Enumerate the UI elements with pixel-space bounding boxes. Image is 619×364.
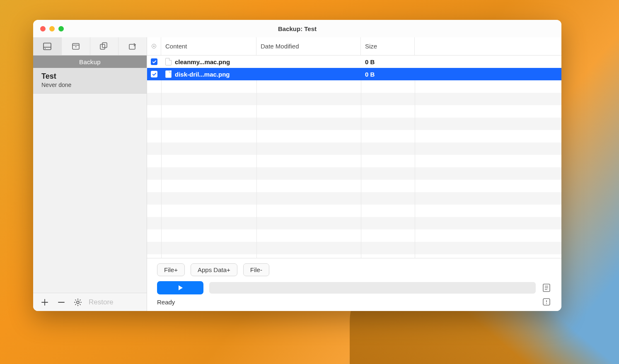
window-title: Backup: Test (33, 25, 561, 32)
bottom-toolbar: File+ Apps Data+ File- Re (147, 258, 561, 311)
apps-data-plus-button[interactable]: Apps Data+ (191, 263, 237, 276)
sidebar-tab-disk-icon[interactable] (33, 37, 62, 55)
sidebar-tab-clone-icon[interactable] (90, 37, 119, 55)
column-headers: Content Date Modified Size (147, 37, 561, 55)
svg-rect-0 (44, 43, 51, 50)
file-icon (165, 58, 172, 65)
log-icon[interactable] (542, 283, 551, 293)
file-plus-button[interactable]: File+ (157, 263, 185, 276)
play-button[interactable] (157, 281, 203, 294)
sidebar-list: Test Never done (33, 68, 147, 293)
main-panel: Content Date Modified Size (147, 37, 561, 311)
sidebar: Backup Test Never done (33, 37, 147, 311)
sidebar-tab-sync-icon[interactable] (118, 37, 147, 55)
titlebar[interactable]: Backup: Test (33, 20, 561, 37)
svg-point-2 (45, 48, 46, 49)
file-table[interactable]: cleanmy...mac.png 0 B disk-dril...mac.p (147, 55, 561, 258)
svg-point-19 (546, 303, 547, 304)
close-icon[interactable] (40, 26, 46, 31)
svg-rect-3 (73, 43, 79, 49)
progress-bar (209, 282, 536, 294)
svg-rect-8 (129, 44, 135, 49)
target-icon (152, 44, 156, 48)
file-date (256, 55, 361, 68)
file-name: cleanmy...mac.png (175, 58, 230, 65)
remove-button[interactable] (53, 295, 70, 310)
minimize-icon[interactable] (49, 26, 55, 31)
sidebar-tab-archive-icon[interactable] (62, 37, 90, 55)
file-name: disk-dril...mac.png (175, 71, 230, 78)
file-minus-button[interactable]: File- (243, 263, 269, 276)
table-row[interactable]: cleanmy...mac.png 0 B (147, 55, 561, 68)
column-date[interactable]: Date Modified (256, 37, 361, 55)
svg-point-12 (77, 301, 79, 304)
file-size: 0 B (361, 55, 415, 68)
column-content[interactable]: Content (161, 37, 256, 55)
sidebar-item-test[interactable]: Test Never done (33, 68, 147, 94)
file-size: 0 B (361, 68, 415, 80)
app-window: Backup: Test (33, 20, 561, 311)
traffic-lights (33, 26, 64, 31)
status-label: Ready (157, 299, 175, 306)
sidebar-section-header: Backup (33, 55, 147, 68)
file-icon (165, 70, 172, 78)
row-checkbox[interactable] (151, 58, 157, 65)
column-select-all[interactable] (147, 37, 161, 55)
sidebar-item-name: Test (41, 72, 138, 81)
sidebar-footer: Restore (33, 293, 147, 311)
sidebar-toolbar (33, 37, 147, 55)
window-body: Backup Test Never done (33, 37, 561, 311)
settings-button[interactable] (70, 295, 86, 310)
column-size[interactable]: Size (361, 37, 415, 55)
add-button[interactable] (36, 295, 53, 310)
maximize-icon[interactable] (58, 26, 64, 31)
table-row[interactable]: disk-dril...mac.png 0 B (147, 68, 561, 80)
column-spacer (415, 37, 561, 55)
file-date (256, 68, 361, 80)
sidebar-item-subtitle: Never done (41, 82, 138, 88)
restore-button[interactable]: Restore (89, 298, 114, 306)
alert-icon[interactable] (542, 297, 551, 307)
row-checkbox[interactable] (151, 71, 157, 77)
